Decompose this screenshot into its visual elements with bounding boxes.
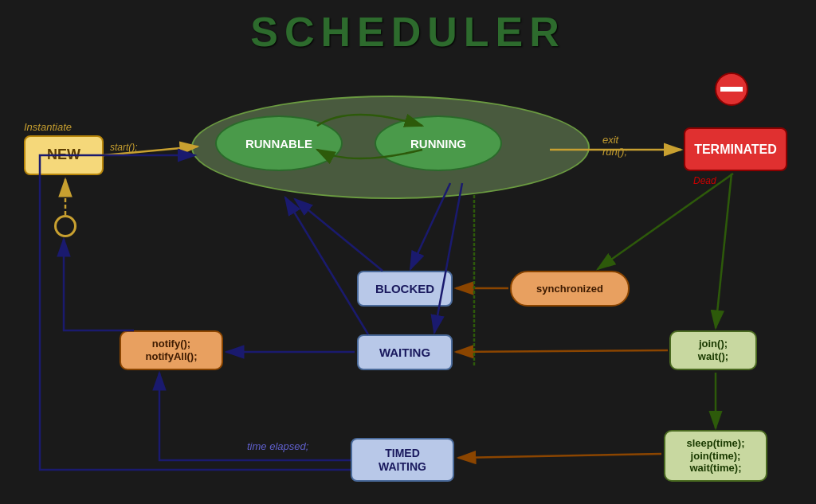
no-entry-icon [714,72,749,107]
timed-waiting-state: TIMEDWAITING [351,438,454,482]
svg-line-15 [285,197,368,334]
running-state: RUNNING [375,115,502,171]
runnable-state: RUNNABLE [215,115,343,171]
instantiate-label: Instantiate [24,121,72,133]
svg-line-18 [456,350,668,352]
sleep-action: sleep(time); join(time); wait(time); [664,430,767,482]
page-title: SCHEDULER [0,0,816,56]
svg-line-17 [598,174,733,269]
start-label: start(); [110,142,138,153]
time-elapsed-label: time elapsed; [247,440,308,452]
svg-line-20 [458,454,661,458]
svg-line-19 [716,174,732,328]
terminated-state: TERMINATED [684,127,787,171]
instantiate-object-circle [54,215,76,237]
notify-action: notify(); notifyAll(); [120,330,223,370]
exit-run-label: exit run(); [602,134,627,158]
svg-line-13 [434,183,462,333]
arrows-svg [0,0,816,504]
synchronized-action: synchronized [510,271,630,307]
svg-line-14 [295,199,382,271]
dead-label: Dead [693,175,716,186]
scheduler-area: RUNNABLE RUNNING [191,96,590,199]
join-wait-action: join(); wait(); [669,330,757,370]
blocked-state: BLOCKED [357,271,453,307]
diagram: SCHEDULER RUNNABLE RUNNING NEW TERMINATE… [0,0,816,504]
waiting-state: WAITING [357,334,453,370]
new-state: NEW [24,135,104,175]
